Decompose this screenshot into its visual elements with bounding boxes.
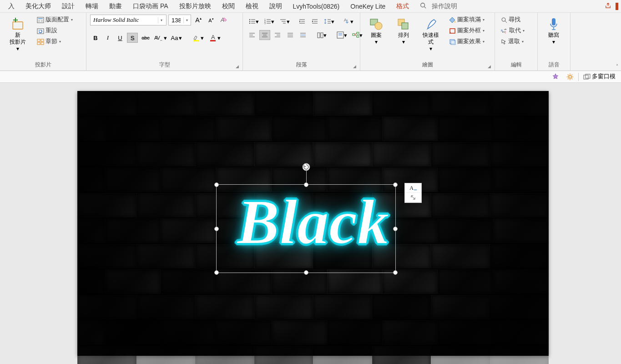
shape-outline-button[interactable]: 圖案外框▾ xyxy=(447,25,487,36)
multi-window-button[interactable]: 多窗口模 xyxy=(581,72,618,81)
rotate-handle[interactable] xyxy=(302,163,310,171)
overflow-icon[interactable] xyxy=(616,3,618,10)
text-direction-button[interactable]: A▾ xyxy=(341,16,355,26)
tab-view[interactable]: 檢視 xyxy=(240,0,264,12)
svg-text:3: 3 xyxy=(264,22,266,25)
tab-review[interactable]: 校閱 xyxy=(217,0,240,12)
handle-n[interactable] xyxy=(304,182,308,187)
section-button[interactable]: 章節▾ xyxy=(35,36,75,47)
tab-insert-partial[interactable]: 入 xyxy=(3,0,20,12)
group-drawing: 圖案▾ 排列▾ 快速樣 式▾ 圖案填滿▾ 圖案外框▾ 圖案效果▾ 繪圖◢ xyxy=(360,13,495,71)
quick-styles-icon xyxy=(425,16,437,32)
share-icon[interactable] xyxy=(604,2,612,10)
shadow-button[interactable]: S xyxy=(127,33,138,43)
svg-text:A: A xyxy=(211,34,215,40)
reset-button[interactable]: 重設 xyxy=(35,25,75,36)
textbox-selection[interactable]: A▁ xyxy=(216,184,396,273)
select-button[interactable]: 選取▾ xyxy=(499,36,527,47)
slide[interactable]: /*placeholder*/ Black A▁ xyxy=(77,91,549,356)
svg-rect-58 xyxy=(318,33,320,38)
magic-icon[interactable] xyxy=(549,72,562,81)
tab-pocket-anim[interactable]: 口袋动画 PA xyxy=(127,0,174,12)
arrange-button[interactable]: 排列▾ xyxy=(391,15,416,47)
svg-point-0 xyxy=(421,3,425,7)
collapse-ribbon-button[interactable]: ˄ xyxy=(616,64,618,69)
char-spacing-button[interactable]: AV↔▾ xyxy=(153,33,168,43)
settings-icon[interactable] xyxy=(564,72,576,81)
handle-e[interactable] xyxy=(393,227,398,231)
shape-effects-button[interactable]: 圖案效果▾ xyxy=(447,36,487,47)
svg-rect-2 xyxy=(13,22,23,29)
shrink-font-button[interactable]: A▾ xyxy=(206,15,217,25)
handle-nw[interactable] xyxy=(214,182,219,187)
multilevel-button[interactable]: ▾ xyxy=(278,16,291,26)
secondary-toolbar: 多窗口模 xyxy=(0,71,621,83)
replace-button[interactable]: ac取代▾ xyxy=(499,25,527,36)
tab-beautify[interactable]: 美化大师 xyxy=(20,0,56,12)
underline-button[interactable]: U xyxy=(115,33,126,43)
align-distribute-button[interactable] xyxy=(298,30,308,40)
tab-lvyhtools[interactable]: LvyhTools(0826) xyxy=(288,1,345,12)
handle-ne[interactable] xyxy=(393,182,398,187)
find-button[interactable]: 尋找 xyxy=(499,15,527,25)
tab-animation[interactable]: 動畫 xyxy=(104,0,127,12)
font-size-dropdown[interactable]: ▾ xyxy=(183,17,190,23)
new-slide-label: 新 投影片 xyxy=(10,32,26,46)
tab-onekey[interactable]: OneKey Lite xyxy=(345,1,391,12)
strike-button[interactable]: abc xyxy=(139,33,152,43)
bold-button[interactable]: B xyxy=(90,33,101,43)
handle-w[interactable] xyxy=(214,227,219,231)
svg-line-87 xyxy=(572,78,573,79)
layout-button[interactable]: 版面配置▾ xyxy=(35,15,75,25)
font-name-dropdown[interactable]: ▾ xyxy=(158,17,164,23)
align-center-button[interactable] xyxy=(259,30,270,40)
clear-format-button[interactable]: A xyxy=(218,15,229,25)
bullets-button[interactable]: ▾ xyxy=(247,16,260,26)
drawing-launcher[interactable]: ◢ xyxy=(488,64,491,69)
dictate-button[interactable]: 聽寫▾ xyxy=(541,15,566,47)
italic-button[interactable]: I xyxy=(102,33,113,43)
tab-format[interactable]: 格式 xyxy=(391,0,414,12)
tab-transition[interactable]: 轉場 xyxy=(80,0,104,12)
search-icon[interactable] xyxy=(420,2,426,10)
font-color-button[interactable]: A▾ xyxy=(207,33,222,43)
font-name-combo[interactable]: ▾ xyxy=(90,15,167,25)
slide-canvas-area[interactable]: /*placeholder*/ Black A▁ xyxy=(0,83,621,364)
quick-styles-button[interactable]: 快速樣 式▾ xyxy=(419,15,443,54)
new-slide-button[interactable]: 新 投影片 ▾ xyxy=(4,15,32,54)
svg-line-77 xyxy=(505,21,507,23)
handle-sw[interactable] xyxy=(214,270,219,275)
shape-fill-button[interactable]: 圖案填滿▾ xyxy=(447,15,487,25)
mini-expand-button[interactable] xyxy=(405,193,421,202)
mini-format-button[interactable]: A▁ xyxy=(405,183,421,193)
align-justify-button[interactable] xyxy=(285,30,296,40)
tab-design[interactable]: 設計 xyxy=(56,0,80,12)
align-right-button[interactable] xyxy=(272,30,283,40)
shapes-button[interactable]: 圖案▾ xyxy=(364,15,389,47)
font-size-input[interactable] xyxy=(169,17,183,24)
tab-slideshow[interactable]: 投影片放映 xyxy=(174,0,217,12)
group-voice: 聽寫▾ 語音 xyxy=(538,13,571,71)
indent-decrease-button[interactable] xyxy=(297,16,308,26)
group-editing-label: 編輯 xyxy=(499,60,534,70)
handle-se[interactable] xyxy=(393,270,398,275)
numbering-button[interactable]: 123▾ xyxy=(262,16,276,26)
font-size-combo[interactable]: ▾ xyxy=(168,15,191,25)
tell-me-input[interactable]: 操作說明 xyxy=(426,0,463,12)
paragraph-launcher[interactable]: ◢ xyxy=(353,64,356,69)
align-left-button[interactable] xyxy=(247,30,257,40)
font-name-input[interactable] xyxy=(91,16,158,24)
columns-button[interactable]: ▾ xyxy=(315,30,328,40)
svg-rect-91 xyxy=(586,74,590,78)
line-spacing-button[interactable]: ▾ xyxy=(322,16,336,26)
svg-rect-7 xyxy=(38,20,40,22)
grow-font-button[interactable]: A▴ xyxy=(193,15,204,25)
tab-help[interactable]: 說明 xyxy=(264,0,288,12)
highlight-button[interactable]: ▾ xyxy=(190,33,206,43)
svg-text:a: a xyxy=(501,29,503,32)
change-case-button[interactable]: Aa▾ xyxy=(169,33,184,43)
align-text-button[interactable]: ▾ xyxy=(335,30,348,40)
handle-s[interactable] xyxy=(304,270,308,275)
indent-increase-button[interactable] xyxy=(309,16,320,26)
font-launcher[interactable]: ◢ xyxy=(236,64,239,69)
